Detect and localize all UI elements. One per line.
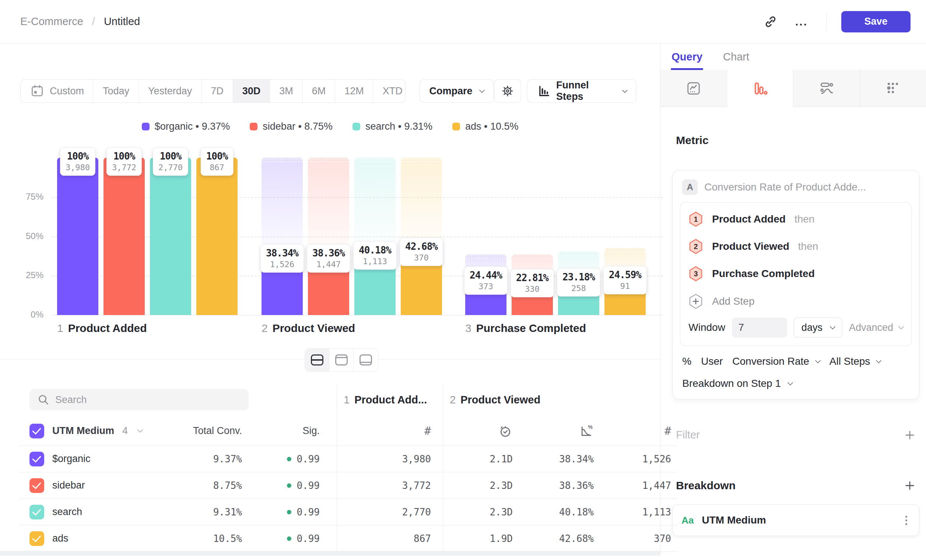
measure-prefix[interactable]: % — [682, 356, 691, 367]
search-box[interactable] — [29, 389, 249, 410]
header-divider — [826, 13, 826, 30]
bar-ads-step1[interactable] — [196, 158, 238, 315]
conversion-rate-icon: % — [579, 424, 594, 439]
breadcrumb-current[interactable]: Untitled — [104, 15, 140, 28]
bottom-scroll-strip[interactable] — [0, 551, 660, 555]
step1-count-header[interactable]: # — [337, 416, 443, 445]
breadcrumb-separator: / — [92, 15, 95, 28]
step2-time-header[interactable] — [443, 416, 519, 445]
bar-search-step1[interactable] — [150, 158, 191, 315]
tab-query[interactable]: Query — [672, 44, 702, 70]
count-value: 3,980 — [65, 162, 90, 173]
sig-header[interactable]: Sig. — [249, 416, 337, 445]
y-axis-tick: 0% — [19, 309, 44, 320]
layout-table-button[interactable] — [354, 348, 378, 371]
steps-list: 1Product Addedthen2Product Viewedthen3Pu… — [688, 206, 903, 288]
funnel-step-2[interactable]: 2Product Viewedthen — [688, 233, 903, 260]
window-unit-select[interactable]: days — [794, 318, 843, 338]
add-breakdown-button[interactable] — [904, 480, 916, 492]
value-label-sidebar-step3: 22.81%330 — [510, 269, 554, 297]
step2-rate-cell: 38.34% — [519, 446, 601, 472]
step2-count-header[interactable]: # — [601, 416, 678, 445]
step-name: Purchase Completed — [476, 322, 586, 334]
ghost-bar-organic-step2 — [262, 158, 303, 254]
group-header-step2[interactable]: 2 Product Viewed — [443, 383, 678, 416]
table-row-ads: ads10.5%0.998671.9D42.68%370 — [18, 525, 678, 552]
measure-entity[interactable]: User — [701, 356, 723, 367]
breakdown-header-cell[interactable]: UTM Medium 4 — [18, 416, 177, 445]
chevron-down-icon — [876, 357, 882, 363]
value-label-search-step3: 23.18%258 — [557, 268, 601, 297]
total-conv-header[interactable]: Total Conv. — [177, 416, 249, 445]
step2-count-cell: 370 — [601, 525, 678, 551]
metric-title-row[interactable]: A Conversion Rate of Product Adde... — [680, 178, 912, 202]
tab-retention[interactable] — [860, 70, 926, 107]
row-label-cell: $organic — [18, 446, 177, 472]
search-cell — [18, 383, 337, 416]
funnel-step-3[interactable]: 3Purchase Completed — [688, 260, 903, 288]
filter-heading: Filter — [676, 429, 699, 441]
breakdown-section: Breakdown — [672, 479, 919, 492]
value-label-sidebar-step2: 38.36%1,447 — [307, 244, 350, 272]
count-value: 370 — [405, 253, 437, 263]
measure-scope-label: All Steps — [829, 356, 870, 367]
bar-organic-step1[interactable] — [57, 158, 98, 315]
more-menu-button[interactable]: ... — [791, 12, 811, 32]
total-conv-cell: 9.31% — [177, 499, 249, 525]
tab-funnels[interactable] — [727, 70, 793, 107]
tab-chart[interactable]: Chart — [723, 44, 749, 70]
select-all-checkbox[interactable] — [29, 424, 44, 439]
link-icon — [763, 14, 779, 30]
conversion-window-row: Window days Advanced — [688, 318, 903, 338]
measure-metric-select[interactable]: Conversion Rate — [732, 356, 820, 367]
top-panel-icon — [335, 354, 348, 365]
metric-heading: Metric — [676, 134, 919, 147]
row-checkbox[interactable] — [29, 505, 44, 519]
step-number: 2 — [262, 322, 268, 334]
copy-link-button[interactable] — [761, 12, 781, 32]
layout-chart-button[interactable] — [329, 348, 354, 371]
add-step-button[interactable]: Add Step — [688, 288, 903, 312]
percent-value: 100% — [65, 150, 90, 162]
breakdown-item-utm-medium[interactable]: AaUTM Medium — [672, 504, 919, 536]
svg-text:1: 1 — [694, 215, 698, 223]
value-label-ads-step1: 100%867 — [201, 147, 233, 176]
save-button[interactable]: Save — [841, 11, 911, 32]
breakdown-list: AaUTM Medium — [672, 504, 919, 536]
step-axis-label-1: 1Product Added — [57, 322, 147, 334]
significance-dot — [287, 483, 291, 488]
window-label: Window — [688, 322, 725, 333]
funnel-step-1[interactable]: 1Product Addedthen — [688, 206, 903, 233]
tab-insights[interactable] — [660, 70, 727, 107]
table-body: $organic9.37%0.993,9802.1D38.34%1,526sid… — [18, 446, 678, 552]
breakdown-on-select[interactable]: Breakdown on Step 1 — [682, 378, 909, 389]
add-filter-button[interactable] — [904, 429, 916, 441]
row-checkbox[interactable] — [29, 531, 44, 546]
insights-icon — [685, 80, 702, 97]
percent-value: 24.59% — [609, 269, 641, 281]
step2-rate-cell: 42.68% — [519, 525, 601, 551]
row-label-cell: ads — [18, 525, 177, 551]
window-value-input[interactable] — [732, 318, 787, 338]
step-number: 2 — [450, 394, 455, 406]
layout-toggle — [305, 348, 378, 372]
advanced-toggle[interactable]: Advanced — [849, 322, 903, 333]
kebab-menu-icon[interactable] — [902, 513, 910, 528]
group-header-step1[interactable]: 1 Product Add... — [337, 383, 443, 416]
row-label-cell: sidebar — [18, 472, 177, 498]
step-axis-label-3: 3Purchase Completed — [465, 322, 586, 334]
bar-sidebar-step1[interactable] — [103, 158, 145, 315]
row-checkbox[interactable] — [29, 478, 44, 493]
chevron-down-icon — [898, 324, 904, 329]
layout-split-button[interactable] — [305, 348, 329, 371]
row-checkbox[interactable] — [29, 452, 44, 466]
step2-rate-header[interactable]: % — [519, 416, 601, 445]
step2-time-cell: 2.3D — [443, 499, 519, 525]
window-unit-label: days — [802, 322, 823, 333]
plus-icon — [904, 429, 916, 441]
measure-scope-select[interactable]: All Steps — [829, 356, 881, 367]
value-label-search-step2: 40.18%1,113 — [353, 241, 397, 270]
tab-flows[interactable] — [793, 70, 860, 107]
breadcrumb-parent[interactable]: E-Commerce — [20, 15, 83, 28]
search-input[interactable] — [55, 394, 241, 406]
